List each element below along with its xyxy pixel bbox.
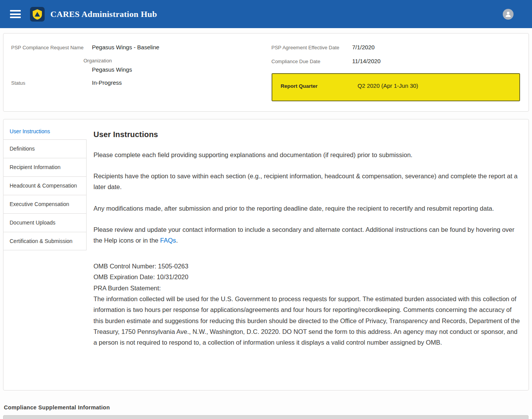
tab-user-instructions[interactable]: User Instructions [3,123,87,139]
due-date-label: Compliance Due Date [272,57,352,65]
field-effective-date: PSP Agreement Effective Date 7/1/2020 [272,44,520,51]
faqs-link[interactable]: FAQs [160,237,176,244]
pra-burden-text: The information collected will be used f… [93,293,520,348]
paragraph-4-period: . [176,237,178,244]
pra-burden-label: PRA Burden Statement: [93,283,520,293]
field-request-name: PSP Compliance Request Name Pegasus Wing… [11,44,260,51]
tab-certification-submission[interactable]: Certification & Submission [3,232,87,250]
omb-control-number: OMB Control Number: 1505-0263 [93,261,520,272]
tab-document-uploads[interactable]: Document Uploads [3,213,87,232]
app-title: CARES Administration Hub [50,9,157,19]
tab-executive-compensation[interactable]: Executive Compensation [3,195,87,213]
info-panel-left-column: PSP Compliance Request Name Pegasus Wing… [11,44,260,101]
request-name-label: PSP Compliance Request Name [11,44,92,51]
paragraph-4-text: Please review and update your contact in… [93,226,514,244]
user-instructions-panel: User Instructions Please complete each f… [87,119,529,390]
instructions-paragraph-4: Please review and update your contact in… [93,224,520,246]
omb-expiration-date: OMB Expiration Date: 10/31/2020 [93,272,520,282]
effective-date-value: 7/1/2020 [352,44,520,51]
collapsed-section-bar[interactable] [3,415,529,419]
compliance-request-info-panel: PSP Compliance Request Name Pegasus Wing… [3,33,529,112]
organization-value: Pegasus Wings [92,66,260,74]
panel-title: User Instructions [93,130,520,139]
user-avatar-button[interactable] [503,9,514,20]
report-quarter-highlight-box: Report Quarter Q2 2020 (Apr 1-Jun 30) [272,73,520,101]
instructions-paragraph-1: Please complete each field providing sup… [93,149,520,160]
field-organization: Organization Pegasus Wings [11,57,260,74]
page: CARES Administration Hub PSP Compliance … [0,0,532,419]
field-due-date: Compliance Due Date 11/14/2020 [272,57,520,65]
user-icon [505,11,512,18]
organization-label: Organization [83,57,260,64]
section-tab-list: User Instructions Definitions Recipient … [3,119,87,390]
report-quarter-value: Q2 2020 (Apr 1-Jun 30) [358,82,511,89]
compliance-supplemental-title: Compliance Supplemental Information [4,404,532,411]
effective-date-label: PSP Agreement Effective Date [272,44,352,51]
status-value: In-Progress [92,79,260,87]
field-status: Status In-Progress [11,79,260,87]
report-quarter-label: Report Quarter [281,82,358,89]
info-panel-right-column: PSP Agreement Effective Date 7/1/2020 Co… [272,44,520,101]
omb-statement-block: OMB Control Number: 1505-0263 OMB Expira… [93,261,520,348]
status-label: Status [11,79,92,87]
due-date-value: 11/14/2020 [352,57,520,65]
hamburger-menu-icon[interactable] [10,10,21,18]
instructions-paragraph-3: Any modifications made, after submission… [93,203,520,214]
app-logo-icon [30,7,45,22]
instructions-paragraph-2: Recipients have the option to save withi… [93,171,520,193]
report-sections-card: User Instructions Definitions Recipient … [3,119,529,391]
tab-recipient-information[interactable]: Recipient Information [3,158,87,176]
tab-definitions[interactable]: Definitions [3,139,87,158]
request-name-value: Pegasus Wings - Baseline [92,44,260,51]
top-navigation-bar: CARES Administration Hub [0,0,532,28]
tab-headcount-compensation[interactable]: Headcount & Compensation [3,176,87,195]
